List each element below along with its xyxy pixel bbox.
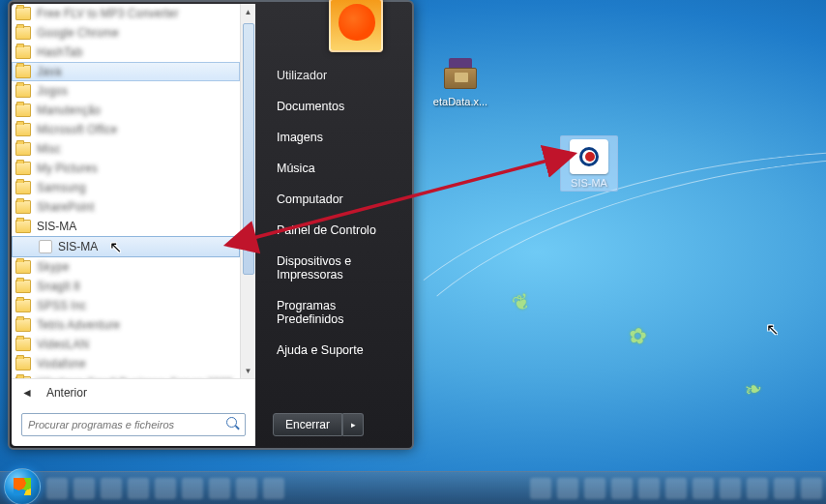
program-folder[interactable]: Java	[12, 62, 240, 81]
taskbar-window-icon[interactable]	[557, 478, 578, 499]
folder-icon	[15, 7, 31, 20]
taskbar-pinned-icon[interactable]	[46, 478, 68, 499]
start-orb[interactable]	[4, 468, 41, 505]
app-icon	[39, 240, 52, 253]
tray-icon[interactable]	[801, 478, 822, 499]
taskbar	[0, 471, 826, 504]
computer-link[interactable]: Computador	[271, 184, 404, 215]
start-right-column: Utilizador Documentos Imagens Música Com…	[255, 2, 412, 448]
folder-icon	[15, 200, 31, 214]
taskbar-window-icon[interactable]	[747, 478, 768, 499]
devices-printers-link[interactable]: Dispositivos e Impressoras	[271, 246, 404, 290]
program-folder[interactable]: Vodafone	[12, 354, 240, 373]
folder-icon	[15, 357, 31, 371]
program-folder[interactable]: Jogos	[12, 81, 240, 101]
music-link[interactable]: Música	[271, 153, 404, 184]
program-folder-sisma[interactable]: SIS-MA	[12, 217, 240, 236]
taskbar-pinned-icon[interactable]	[236, 478, 257, 499]
shutdown-options-button[interactable]: ▸	[342, 413, 364, 436]
folder-icon	[15, 84, 31, 98]
program-folder[interactable]: My Pictures	[12, 159, 240, 178]
back-button[interactable]: ◄ Anterior	[12, 378, 255, 405]
folder-icon	[15, 260, 31, 274]
program-folder[interactable]: Tetris Adventure	[12, 315, 240, 335]
folder-icon	[15, 280, 31, 293]
back-label: Anterior	[46, 386, 87, 400]
scrollbar[interactable]: ▲ ▼	[240, 4, 255, 378]
folder-icon	[15, 181, 31, 194]
folder-open-icon	[15, 220, 31, 233]
taskbar-pinned-icon[interactable]	[209, 478, 230, 499]
taskbar-window-icon[interactable]	[638, 478, 660, 499]
folder-icon	[15, 65, 31, 78]
all-programs-list: Free FLV to MP3 Converter Google Chrome …	[12, 4, 255, 378]
folder-icon	[15, 162, 31, 175]
program-folder[interactable]: Free FLV to MP3 Converter	[12, 4, 240, 23]
folder-icon	[15, 123, 31, 136]
taskbar-window-icon[interactable]	[584, 478, 605, 499]
help-support-link[interactable]: Ajuda e Suporte	[271, 335, 404, 366]
taskbar-window-icon[interactable]	[530, 478, 551, 499]
taskbar-window-icon[interactable]	[720, 478, 741, 499]
desktop-icon-label: etaData.x...	[426, 96, 495, 107]
mouse-cursor-icon: ↖	[766, 320, 779, 339]
program-item-sisma[interactable]: SIS-MA	[12, 236, 240, 257]
taskbar-window-icon[interactable]	[665, 478, 687, 499]
program-folder[interactable]: Google Chrome	[12, 23, 240, 43]
program-label: SIS-MA	[37, 220, 76, 233]
mouse-cursor-icon: ↖	[109, 238, 122, 256]
scroll-up-button[interactable]: ▲	[241, 4, 255, 19]
pictures-link[interactable]: Imagens	[271, 122, 404, 153]
tray-icon[interactable]	[774, 478, 795, 499]
folder-icon	[15, 26, 31, 40]
user-avatar[interactable]	[329, 0, 383, 52]
taskbar-pinned-icon[interactable]	[74, 478, 95, 499]
sisma-app-icon	[570, 139, 608, 174]
taskbar-pinned-icon[interactable]	[182, 478, 203, 499]
taskbar-pinned-icon[interactable]	[101, 478, 122, 499]
desktop-icon-sisma[interactable]: SIS-MA	[554, 139, 624, 189]
start-left-column: Free FLV to MP3 Converter Google Chrome …	[12, 4, 255, 446]
taskbar-pinned-icon[interactable]	[128, 478, 149, 499]
shutdown-button[interactable]: Encerrar	[273, 413, 342, 436]
program-folder[interactable]: Samsung	[12, 178, 240, 197]
shutdown-group: Encerrar ▸	[273, 413, 364, 436]
start-menu: Free FLV to MP3 Converter Google Chrome …	[8, 0, 414, 450]
folder-icon	[15, 338, 31, 351]
folder-icon	[15, 318, 31, 332]
scroll-down-button[interactable]: ▼	[241, 363, 255, 378]
taskbar-pinned-icon[interactable]	[263, 478, 284, 499]
taskbar-window-icon[interactable]	[693, 478, 714, 499]
back-arrow-icon: ◄	[21, 386, 33, 400]
folder-icon	[15, 142, 31, 156]
folder-icon	[15, 376, 31, 378]
folder-icon	[15, 45, 31, 59]
program-folder[interactable]: VideoLAN	[12, 335, 240, 354]
search-area	[12, 405, 255, 446]
desktop-icon-rar[interactable]: etaData.x...	[426, 58, 495, 107]
program-folder[interactable]: HashTab	[12, 43, 240, 62]
search-icon[interactable]	[226, 417, 240, 430]
default-programs-link[interactable]: Programas Predefinidos	[271, 290, 404, 335]
folder-icon	[15, 104, 31, 117]
program-folder[interactable]: Skype	[12, 257, 240, 277]
documents-link[interactable]: Documentos	[271, 91, 404, 122]
folder-icon	[15, 299, 31, 312]
taskbar-window-icon[interactable]	[611, 478, 633, 499]
program-folder[interactable]: SPSS Inc	[12, 296, 240, 315]
program-folder[interactable]: Windows Small Business Server 2008	[12, 373, 240, 378]
program-folder[interactable]: Manutenção	[12, 101, 240, 120]
program-label: SIS-MA	[58, 240, 98, 253]
control-panel-link[interactable]: Painel de Controlo	[271, 215, 404, 246]
user-name-link[interactable]: Utilizador	[271, 60, 404, 91]
program-folder[interactable]: SharePoint	[12, 197, 240, 217]
program-folder[interactable]: SnagIt 8	[12, 277, 240, 296]
program-folder[interactable]: Misc	[12, 139, 240, 159]
search-input[interactable]	[21, 413, 246, 436]
rar-archive-icon	[441, 58, 480, 93]
scroll-thumb[interactable]	[243, 23, 254, 275]
desktop[interactable]: ❦ ✿ ❧ etaData.x... SIS-MA Free FLV to MP…	[0, 0, 826, 504]
taskbar-pinned-icon[interactable]	[155, 478, 176, 499]
program-folder[interactable]: Microsoft Office	[12, 120, 240, 139]
